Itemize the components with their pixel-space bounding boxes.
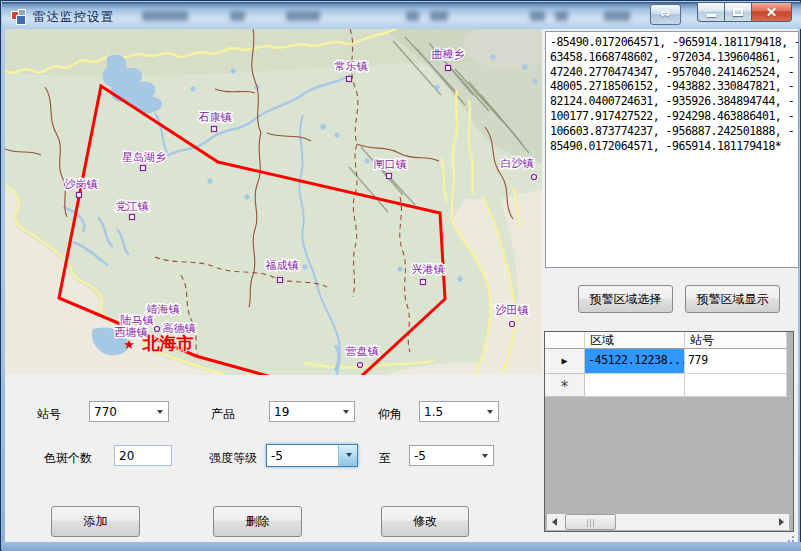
redacted-text xyxy=(286,11,320,21)
redacted-text xyxy=(430,11,448,21)
select-warning-area-button[interactable]: 预警区域选择 xyxy=(578,285,673,313)
town-label: 沙岗镇 xyxy=(65,178,98,191)
close-icon xyxy=(766,7,777,18)
product-value: 19 xyxy=(274,405,289,419)
town-marker xyxy=(155,327,160,332)
chevron-down-icon xyxy=(487,410,493,414)
client-area: 石康镇常乐镇曲樟乡闸口镇白沙镇沙岗镇星岛湖乡党江镇靖海镇陆马镇西塘镇高德镇福成镇… xyxy=(5,29,798,542)
minimize-button[interactable] xyxy=(697,3,725,22)
redacted-text xyxy=(406,11,419,21)
spot-count-value: 20 xyxy=(119,449,134,463)
resize-grip-icon[interactable] xyxy=(792,536,794,538)
town-label: 兴港镇 xyxy=(412,263,445,276)
horizontal-resize-icon[interactable]: ⇔ xyxy=(650,4,681,25)
window-title: 雷达监控设置 xyxy=(33,9,114,26)
chevron-down-icon xyxy=(482,454,488,458)
chevron-down-icon xyxy=(343,410,349,414)
town-marker xyxy=(141,166,146,171)
spot-count-input[interactable]: 20 xyxy=(114,445,172,466)
town-marker xyxy=(212,127,217,132)
coordinates-textbox[interactable]: -85490.0172064571, -965914.181179418, -6… xyxy=(545,31,799,268)
scroll-left-icon[interactable] xyxy=(547,514,563,530)
town-marker xyxy=(532,175,537,180)
grid-new-row-indicator[interactable]: * xyxy=(545,374,585,397)
delete-button[interactable]: 删除 xyxy=(213,506,302,537)
grid-corner-header[interactable] xyxy=(545,332,585,349)
spot-count-label: 色斑个数 xyxy=(44,450,92,467)
maximize-button[interactable] xyxy=(724,3,752,22)
town-marker xyxy=(130,215,135,220)
town-label: 曲樟乡 xyxy=(432,48,465,61)
grid-current-row-indicator[interactable]: ▶ xyxy=(545,349,585,374)
grid-cell-empty[interactable] xyxy=(685,374,787,397)
maximize-icon xyxy=(733,8,743,16)
town-label: 福成镇 xyxy=(266,259,299,272)
town-marker xyxy=(347,77,352,82)
redacted-text xyxy=(530,11,545,21)
station-combobox[interactable]: 770 xyxy=(89,401,169,422)
minimize-icon xyxy=(707,14,716,17)
town-label: 白沙镇 xyxy=(501,157,534,170)
to-label: 至 xyxy=(379,450,391,467)
grid-horizontal-scrollbar[interactable] xyxy=(547,514,789,530)
town-label: 营盘镇 xyxy=(346,345,379,358)
intensity-value: -5 xyxy=(271,449,283,463)
city-label: 北海市 xyxy=(142,333,194,353)
redacted-text xyxy=(142,11,188,21)
app-icon xyxy=(11,9,26,24)
chevron-down-icon xyxy=(157,410,163,414)
scrollbar-grip-icon xyxy=(586,519,595,527)
grid-column-header-area[interactable]: 区域 xyxy=(585,332,685,349)
warning-area-grid: 区域 站号 ▶ -45122.12238... 779 * xyxy=(544,331,794,532)
station-label: 站号 xyxy=(37,406,61,423)
product-label: 产品 xyxy=(211,406,235,423)
close-button[interactable] xyxy=(751,3,792,22)
caption-buttons xyxy=(697,3,792,22)
grid-cell-area[interactable]: -45122.12238... xyxy=(585,349,685,374)
chevron-down-icon xyxy=(346,453,352,457)
intensity-to-combobox[interactable]: -5 xyxy=(409,445,494,466)
modify-button[interactable]: 修改 xyxy=(381,506,469,537)
intensity-to-value: -5 xyxy=(414,449,426,463)
town-marker xyxy=(510,322,515,327)
town-label: 党江镇 xyxy=(116,200,149,213)
city-star-icon: ★ xyxy=(123,337,135,352)
product-combobox[interactable]: 19 xyxy=(269,401,355,422)
town-marker xyxy=(421,280,426,285)
elevation-label: 仰角 xyxy=(378,406,402,423)
window-bottom-border xyxy=(2,542,801,551)
town-marker xyxy=(77,193,82,198)
town-label: 星岛湖乡 xyxy=(122,151,166,164)
map-panel[interactable]: 石康镇常乐镇曲樟乡闸口镇白沙镇沙岗镇星岛湖乡党江镇靖海镇陆马镇西塘镇高德镇福成镇… xyxy=(5,29,542,375)
grid-column-header-station[interactable]: 站号 xyxy=(685,332,787,349)
display-warning-area-button[interactable]: 预警区域显示 xyxy=(685,285,780,313)
titlebar: 雷达监控设置 ⇔ xyxy=(2,2,801,29)
station-value: 770 xyxy=(94,405,117,419)
elevation-combobox[interactable]: 1.5 xyxy=(419,401,499,422)
grid-cell-empty[interactable] xyxy=(585,374,685,397)
town-label: 常乐镇 xyxy=(335,60,368,73)
redacted-text xyxy=(555,11,568,21)
intensity-combobox[interactable]: -5 xyxy=(266,444,358,467)
grid-cell-station[interactable]: 779 xyxy=(685,349,787,374)
town-marker xyxy=(387,174,392,179)
redacted-text xyxy=(230,11,245,21)
redacted-text xyxy=(604,11,630,21)
scrollbar-thumb[interactable] xyxy=(565,514,616,530)
town-marker xyxy=(446,66,451,71)
town-label: 闸口镇 xyxy=(374,158,407,171)
scroll-right-icon[interactable] xyxy=(773,514,789,530)
town-marker xyxy=(278,278,283,283)
elevation-value: 1.5 xyxy=(424,405,443,419)
town-label: 沙田镇 xyxy=(496,304,529,317)
intensity-label: 强度等级 xyxy=(209,450,257,467)
app-window: 雷达监控设置 ⇔ xyxy=(0,0,801,551)
town-label: 石康镇 xyxy=(199,111,232,124)
map-canvas: 石康镇常乐镇曲樟乡闸口镇白沙镇沙岗镇星岛湖乡党江镇靖海镇陆马镇西塘镇高德镇福成镇… xyxy=(5,29,542,375)
add-button[interactable]: 添加 xyxy=(51,506,140,537)
town-marker xyxy=(358,363,363,368)
